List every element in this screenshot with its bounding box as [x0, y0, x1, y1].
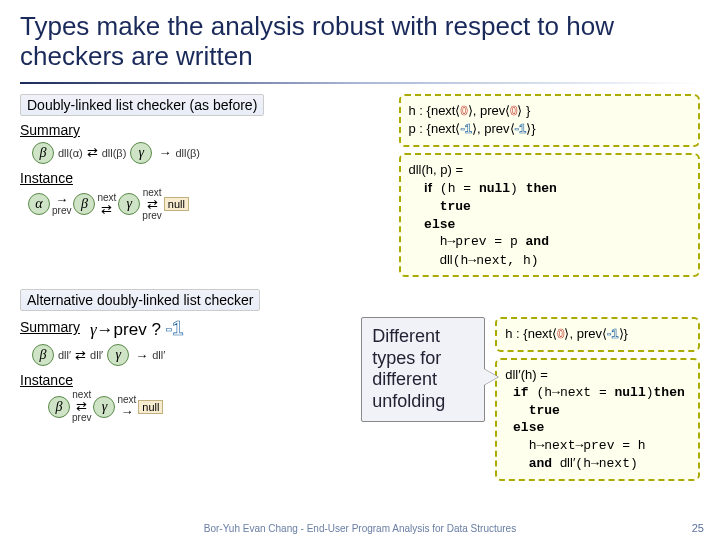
instance-diagram-1: α → prev β next ⇄ γ next ⇄ prev null [28, 188, 389, 221]
edge-prev: prev [72, 413, 91, 423]
arrow-icon: → [120, 405, 133, 418]
code-box-1: dll(h, p) = if (h = null) then true else… [399, 153, 701, 277]
summary-diagram-1: β dll(α) ⇄ dll(β) γ → dll(β) [32, 142, 389, 164]
edge-label: dll′ [152, 349, 165, 361]
edge-label: dll′ [90, 349, 103, 361]
type-spec-2: h : {next⟨0⟩, prev⟨-1⟩} [495, 317, 700, 352]
null-box: null [164, 197, 189, 211]
arrow-icon: ⇄ [87, 145, 98, 160]
summary-heading-1: Summary [20, 122, 389, 138]
arrow-icon: ⇄ [147, 198, 158, 211]
code-box-2: dll′(h) = if (h→next = null)then true el… [495, 358, 700, 481]
node-beta: β [48, 396, 70, 418]
page-number: 25 [692, 522, 704, 534]
instance-diagram-2: β next ⇄ prev γ next → null [48, 390, 351, 423]
node-gamma: γ [118, 193, 140, 215]
node-beta: β [73, 193, 95, 215]
callout-box: Different types for different unfolding [361, 317, 485, 421]
summary-heading-2: Summary [20, 319, 80, 335]
arrow-icon: ⇄ [75, 348, 86, 363]
edge-prev: prev [52, 206, 71, 216]
checker-label-2: Alternative doubly-linked list checker [20, 289, 260, 311]
arrow-icon: ⇄ [101, 203, 112, 216]
edge-label: dll(β) [102, 147, 127, 159]
node-beta: β [32, 142, 54, 164]
divider [20, 82, 700, 84]
edge-label: dll′ [58, 349, 71, 361]
instance-heading-1: Instance [20, 170, 389, 186]
arrow-icon: → [135, 348, 148, 363]
node-alpha: α [28, 193, 50, 215]
arrow-icon: → [55, 193, 68, 206]
slide-title: Types make the analysis robust with resp… [20, 12, 700, 72]
edge-label: dll(α) [58, 147, 83, 159]
question-text: γ→prev ? -1 [90, 317, 183, 340]
node-gamma: γ [93, 396, 115, 418]
checker-label-1: Doubly-linked list checker (as before) [20, 94, 264, 116]
edge-label: dll(β) [175, 147, 200, 159]
callout-tail-icon [484, 369, 498, 385]
node-gamma: γ [107, 344, 129, 366]
instance-heading-2: Instance [20, 372, 351, 388]
node-beta: β [32, 344, 54, 366]
null-box: null [138, 400, 163, 414]
node-gamma: γ [130, 142, 152, 164]
type-spec-1: h : {next⟨0⟩, prev⟨0⟩ } p : {next⟨-1⟩, p… [399, 94, 701, 147]
arrow-icon: → [158, 145, 171, 160]
summary-diagram-2: β dll′ ⇄ dll′ γ → dll′ [32, 344, 351, 366]
footer-text: Bor-Yuh Evan Chang - End-User Program An… [0, 523, 720, 534]
edge-prev: prev [142, 211, 161, 221]
